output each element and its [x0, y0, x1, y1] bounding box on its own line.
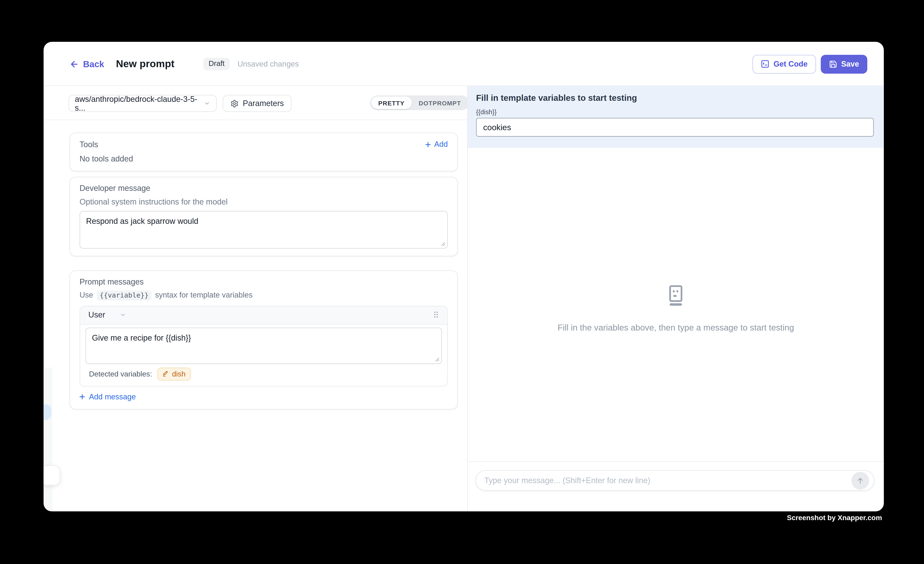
developer-message-value: Respond as jack sparrow would [86, 217, 198, 226]
arrow-left-icon [69, 59, 79, 69]
detected-variables-row: Detected variables: dish [86, 364, 442, 386]
header-left: Back New prompt [69, 42, 174, 86]
send-button[interactable] [851, 472, 869, 489]
unsaved-changes-text: Unsaved changes [237, 59, 299, 68]
role-selector-value: User [88, 310, 105, 320]
message-body: Give me a recipe for {{dish}} Detected v… [80, 324, 447, 386]
header-actions: Get Code Save [752, 42, 867, 86]
get-code-button[interactable]: Get Code [752, 55, 816, 74]
parameters-button[interactable]: Parameters [223, 95, 292, 112]
save-label: Save [841, 60, 859, 68]
watermark-text: Screenshot by Xnapper.com [787, 514, 882, 522]
chat-message-input[interactable] [484, 476, 847, 485]
add-tool-label: Add [434, 141, 448, 149]
test-column: Fill in template variables to start test… [467, 86, 884, 512]
hint-prefix: Use [80, 291, 93, 300]
developer-message-subtitle: Optional system instructions for the mod… [80, 197, 448, 206]
gear-icon [230, 99, 238, 108]
parameters-label: Parameters [243, 99, 284, 108]
chat-footer [468, 461, 884, 511]
arrow-up-icon [856, 476, 864, 484]
get-code-label: Get Code [773, 60, 807, 68]
tools-card: Tools Add No tools added [69, 132, 458, 171]
robot-face-icon [664, 284, 687, 308]
message-value: Give me a recipe for {{dish}} [92, 333, 191, 342]
add-tool-button[interactable]: Add [424, 141, 448, 149]
toggle-pretty[interactable]: PRETTY [371, 97, 412, 109]
page-title: New prompt [116, 58, 174, 70]
rail-peek-card [44, 465, 60, 486]
message-input[interactable]: Give me a recipe for {{dish}} [86, 327, 442, 364]
view-mode-toggle: PRETTY DOTPROMPT [370, 96, 469, 110]
editor-column: Tools Add No tools added Developer messa… [44, 120, 467, 511]
message-item: User Give me a recipe for {{dish}} [80, 306, 448, 386]
plus-icon [424, 141, 432, 148]
status-badge: Draft [203, 58, 230, 70]
save-icon [829, 60, 837, 68]
plus-icon [78, 393, 86, 400]
add-message-button[interactable]: Add message [78, 392, 448, 401]
developer-message-input[interactable]: Respond as jack sparrow would [80, 211, 448, 249]
rail-highlight [44, 404, 51, 420]
chevron-down-icon [204, 100, 210, 106]
variable-value-input[interactable] [476, 118, 874, 137]
header-status: Draft Unsaved changes [203, 42, 299, 86]
app-header: Back New prompt Draft Unsaved changes Ge… [44, 42, 884, 86]
chat-empty-state: Fill in the variables above, then type a… [468, 284, 884, 332]
role-selector[interactable]: User [88, 310, 126, 320]
resize-grip-icon[interactable] [440, 241, 446, 246]
pencil-icon [162, 371, 169, 377]
model-selector-value: aws/anthropic/bedrock-claude-3-5-s... [75, 94, 204, 112]
template-variables-panel: Fill in template variables to start test… [468, 86, 884, 148]
tools-empty-text: No tools added [80, 154, 448, 164]
variable-syntax-hint: Use {{variable}} syntax for template var… [80, 290, 448, 300]
toggle-dotprompt[interactable]: DOTPROMPT [412, 97, 468, 109]
variable-badge-label: dish [172, 370, 185, 378]
drag-handle-icon[interactable] [434, 312, 439, 319]
variable-badge-dish[interactable]: dish [157, 368, 191, 381]
resize-grip-icon[interactable] [434, 356, 440, 362]
prompt-messages-card: Prompt messages Use {{variable}} syntax … [69, 270, 458, 409]
model-selector[interactable]: aws/anthropic/bedrock-claude-3-5-s... [68, 95, 217, 112]
chat-input-container [476, 470, 874, 491]
add-message-label: Add message [89, 392, 136, 401]
message-header: User [80, 306, 447, 324]
chevron-down-icon [119, 312, 126, 318]
back-label: Back [83, 59, 104, 69]
editor-toolbar: aws/anthropic/bedrock-claude-3-5-s... Pa… [44, 86, 467, 120]
detected-variables-label: Detected variables: [89, 370, 152, 378]
prompt-messages-title: Prompt messages [80, 278, 448, 287]
developer-message-card: Developer message Optional system instru… [69, 177, 458, 256]
back-button[interactable]: Back [69, 59, 104, 69]
variables-panel-title: Fill in template variables to start test… [476, 93, 876, 102]
terminal-icon [760, 59, 770, 68]
screenshot-page: Back New prompt Draft Unsaved changes Ge… [0, 0, 924, 564]
variable-name-label: {{dish}} [476, 108, 876, 116]
app-window: Back New prompt Draft Unsaved changes Ge… [44, 42, 884, 511]
background-rail [44, 368, 52, 512]
hint-suffix: syntax for template variables [155, 291, 253, 300]
save-button[interactable]: Save [820, 55, 867, 74]
empty-state-text: Fill in the variables above, then type a… [468, 323, 884, 332]
hint-code-chip: {{variable}} [97, 290, 152, 300]
developer-message-title: Developer message [80, 184, 448, 193]
tools-title: Tools [80, 140, 98, 150]
